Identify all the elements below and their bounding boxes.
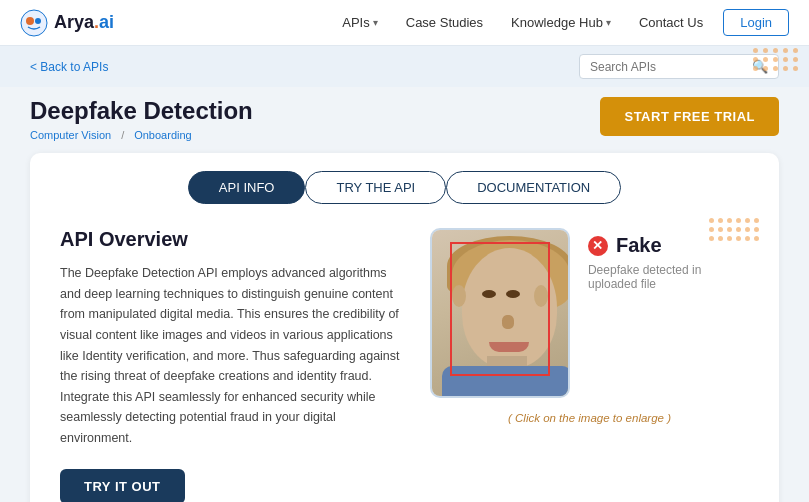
face-image[interactable] <box>430 228 570 398</box>
back-to-apis-link[interactable]: < Back to APIs <box>30 60 108 74</box>
breadcrumb-onboarding[interactable]: Onboarding <box>134 129 192 141</box>
api-content: API Overview The Deepfake Detection API … <box>30 218 779 502</box>
breadcrumb: Computer Vision / Onboarding <box>30 129 253 141</box>
start-trial-button[interactable]: START FREE TRIAL <box>600 97 779 136</box>
tab-api-info[interactable]: API INFO <box>188 171 306 204</box>
try-it-button[interactable]: TRY IT OUT <box>60 469 185 502</box>
api-overview-body: The Deepfake Detection API employs advan… <box>60 263 400 449</box>
login-button[interactable]: Login <box>723 9 789 36</box>
page-header: Deepfake Detection Computer Vision / Onb… <box>30 97 779 141</box>
nav-knowledge-hub[interactable]: Knowledge Hub ▾ <box>511 15 611 30</box>
search-input[interactable] <box>590 60 746 74</box>
nav-case-studies[interactable]: Case Studies <box>406 15 483 30</box>
svg-point-0 <box>21 10 47 36</box>
api-overview-section: API Overview The Deepfake Detection API … <box>60 228 400 502</box>
dots-decoration-top <box>753 48 799 71</box>
nose <box>502 315 514 329</box>
api-card: API INFO TRY THE API DOCUMENTATION API O… <box>30 153 779 502</box>
logo[interactable]: Arya.ai <box>20 9 114 37</box>
breadcrumb-computer-vision[interactable]: Computer Vision <box>30 129 111 141</box>
nav-contact-us[interactable]: Contact Us <box>639 15 703 30</box>
tab-bar: API INFO TRY THE API DOCUMENTATION <box>30 153 779 218</box>
breadcrumb-separator: / <box>121 129 124 141</box>
api-demo-section: ✕ Fake Deepfake detected in uploaded fil… <box>430 228 749 502</box>
navbar: Arya.ai APIs ▾ Case Studies Knowledge Hu… <box>0 0 809 46</box>
apis-chevron-icon: ▾ <box>373 17 378 28</box>
eye-left <box>482 290 496 298</box>
nav-links: APIs ▾ Case Studies Knowledge Hub ▾ Cont… <box>342 15 703 30</box>
logo-text: Arya.ai <box>54 12 114 33</box>
detection-box <box>450 242 550 376</box>
page-title-block: Deepfake Detection Computer Vision / Onb… <box>30 97 253 141</box>
fake-badge: ✕ Fake <box>588 234 749 257</box>
nav-apis[interactable]: APIs ▾ <box>342 15 377 30</box>
api-overview-title: API Overview <box>60 228 400 251</box>
eye-right <box>506 290 520 298</box>
demo-top: ✕ Fake Deepfake detected in uploaded fil… <box>430 228 749 398</box>
page-title: Deepfake Detection <box>30 97 253 125</box>
tab-try-api[interactable]: TRY THE API <box>305 171 446 204</box>
mouth <box>489 342 529 352</box>
logo-icon <box>20 9 48 37</box>
knowledge-hub-chevron-icon: ▾ <box>606 17 611 28</box>
svg-point-2 <box>35 18 41 24</box>
result-info: ✕ Fake Deepfake detected in uploaded fil… <box>588 228 749 291</box>
tab-documentation[interactable]: DOCUMENTATION <box>446 171 621 204</box>
fake-description: Deepfake detected in uploaded file <box>588 263 749 291</box>
search-bar[interactable]: 🔍 <box>579 54 779 79</box>
subheader: < Back to APIs 🔍 <box>0 46 809 87</box>
fake-label: Fake <box>616 234 662 257</box>
svg-point-1 <box>26 17 34 25</box>
fake-icon: ✕ <box>588 236 608 256</box>
click-hint: ( Click on the image to enlarge ) <box>508 412 671 424</box>
main-area: Deepfake Detection Computer Vision / Onb… <box>0 87 809 502</box>
